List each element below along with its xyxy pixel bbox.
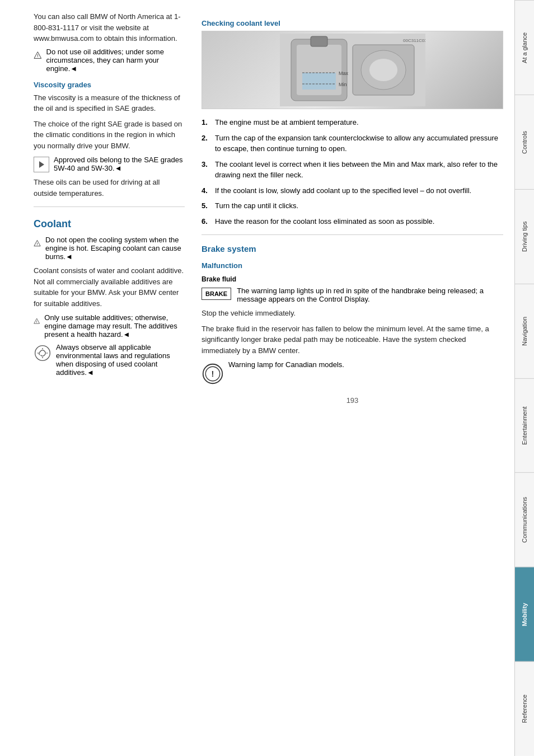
additives-warning-text: Only use suitable additives; otherwise, … (44, 313, 185, 339)
coolant-para1: Coolant consists of water and coolant ad… (34, 265, 185, 309)
svg-text:Min: Min (339, 82, 347, 87)
env-icon (34, 344, 51, 362)
canadian-note-text: Warning lamp for Canadian models. (228, 360, 344, 369)
sidebar-tab-driving-tips[interactable]: Driving tips (515, 189, 534, 284)
cooling-system-warning: ! Do not open the cooling system when th… (34, 236, 185, 261)
coolant-step-3: 3. The coolant level is correct when it … (202, 159, 503, 181)
sidebar-tab-mobility[interactable]: Mobility (515, 567, 534, 661)
env-note-text: Always observe all applicable environmen… (56, 343, 185, 377)
sidebar-tab-reference[interactable]: Reference (515, 661, 534, 756)
svg-rect-11 (302, 73, 336, 90)
cooling-warning-icon: ! (34, 236, 41, 251)
additives-warning-icon: ! (34, 313, 40, 329)
cooling-warning-text: Do not open the cooling system when the … (45, 236, 185, 261)
coolant-step-2: 2. Turn the cap of the expansion tank co… (202, 133, 503, 154)
viscosity-para1: The viscosity is a measure of the thickn… (34, 92, 185, 114)
coolant-steps-list: 1. The engine must be at ambient tempera… (202, 117, 503, 227)
warning-lamp-icon: ! (202, 363, 224, 385)
page-number: 193 (202, 396, 503, 405)
sae-grades-text: Approved oils belong to the SAE grades 5… (54, 156, 185, 172)
stop-vehicle-text: Stop the vehicle immediately. (202, 308, 503, 319)
brake-warning-box: BRAKE The warning lamp lights up in red … (202, 287, 503, 303)
additives-warning: ! Only use suitable additives; otherwise… (34, 313, 185, 339)
brake-fluid-subheading: Brake fluid (202, 275, 503, 283)
coolant-step-1: 1. The engine must be at ambient tempera… (202, 117, 503, 128)
svg-text:!: ! (36, 320, 38, 323)
svg-rect-16 (311, 36, 327, 46)
brake-fluid-para: The brake fluid in the reservoir has fal… (202, 323, 503, 356)
viscosity-para2: The choice of the right SAE grade is bas… (34, 119, 185, 152)
section-divider (34, 206, 185, 207)
checking-coolant-heading: Checking coolant level (202, 19, 503, 27)
intro-text: You can also call BMW of North America a… (34, 11, 185, 44)
svg-marker-2 (39, 161, 44, 168)
warning-triangle-icon: ! (34, 48, 42, 63)
svg-point-19 (369, 59, 397, 81)
coolant-step-6: 6. Have the reason for the coolant loss … (202, 216, 503, 227)
svg-point-7 (35, 346, 50, 361)
sidebar-tab-controls[interactable]: Controls (515, 95, 534, 189)
env-note: Always observe all applicable environmen… (34, 343, 185, 377)
chapter-sidebar: At a glance Controls Driving tips Naviga… (514, 0, 534, 756)
svg-text:00C311C03US: 00C311C03US (403, 38, 425, 43)
brake-label: BRAKE (202, 288, 231, 300)
viscosity-para3: These oils can be used for driving at al… (34, 177, 185, 199)
svg-text:!: ! (212, 369, 214, 378)
malfunction-heading: Malfunction (202, 261, 503, 270)
note-play-icon (34, 157, 49, 172)
coolant-level-image: Max Min 00C311C03US (202, 31, 503, 109)
oil-additive-warning: ! Do not use oil additives; under some c… (34, 48, 185, 73)
brake-system-heading: Brake system (202, 244, 503, 253)
coolant-step-4: 4. If the coolant is low, slowly add coo… (202, 185, 503, 196)
svg-text:Max: Max (339, 71, 349, 76)
sidebar-tab-navigation[interactable]: Navigation (515, 284, 534, 378)
svg-text:!: ! (36, 242, 38, 246)
coolant-heading: Coolant (34, 218, 185, 230)
sidebar-tab-at-a-glance[interactable]: At a glance (515, 0, 534, 95)
viscosity-grades-heading: Viscosity grades (34, 81, 185, 89)
sae-grades-note: Approved oils belong to the SAE grades 5… (34, 156, 185, 172)
brake-warning-text: The warning lamp lights up in red in spi… (237, 287, 503, 303)
svg-text:!: ! (37, 54, 38, 58)
oil-additive-warning-text: Do not use oil additives; under some cir… (46, 48, 185, 73)
canadian-warning-box: ! Warning lamp for Canadian models. (202, 360, 503, 385)
brake-divider (202, 234, 503, 235)
coolant-step-5: 5. Turn the cap until it clicks. (202, 200, 503, 212)
sidebar-tab-communications[interactable]: Communications (515, 472, 534, 567)
sidebar-tab-entertainment[interactable]: Entertainment (515, 378, 534, 473)
